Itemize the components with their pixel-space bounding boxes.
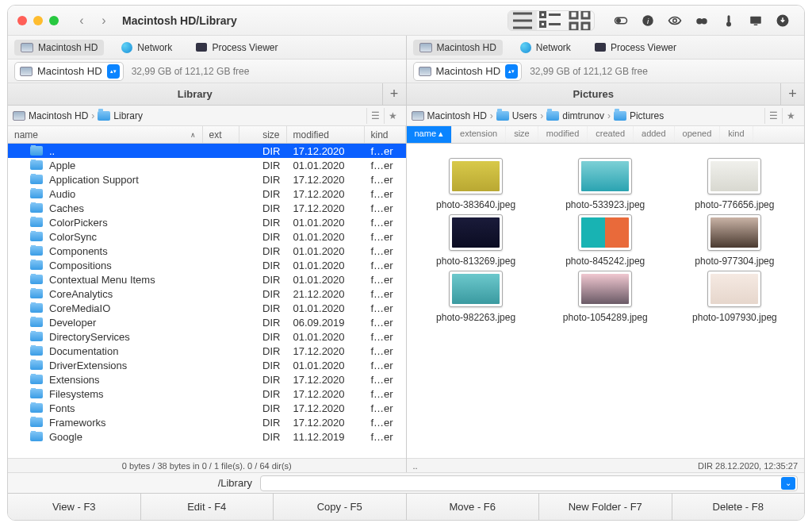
table-row[interactable]: DirectoryServicesDIR01.01.2020f…er <box>8 329 406 344</box>
chevron-down-icon[interactable]: ⌄ <box>781 477 795 490</box>
breadcrumb-item[interactable]: dimtrunov <box>562 110 604 121</box>
tab-network[interactable]: Network <box>514 40 577 56</box>
view-icons-icon[interactable] <box>565 11 594 30</box>
col-modified[interactable]: modified <box>538 126 588 143</box>
table-row[interactable]: CoreMediaIODIR01.01.2020f…er <box>8 301 406 315</box>
thumbnail-item[interactable]: photo-845242.jpeg <box>544 214 667 267</box>
tab-process-viewer[interactable]: Process Viewer <box>588 40 683 56</box>
col-extension[interactable]: extension <box>452 126 506 143</box>
table-row[interactable]: DeveloperDIR06.09.2019f…er <box>8 315 406 329</box>
svg-rect-13 <box>728 15 730 22</box>
sort-asc-icon: ∧ <box>190 131 196 139</box>
footer-button[interactable]: View - F3 <box>8 494 141 520</box>
thumbnail-item[interactable]: photo-1054289.jpeg <box>544 271 667 324</box>
tab-macintosh-hd[interactable]: Macintosh HD <box>413 40 503 56</box>
thermometer-icon[interactable] <box>717 11 741 30</box>
breadcrumb-item[interactable]: Macintosh HD <box>427 110 487 121</box>
table-row[interactable]: DocumentationDIR17.12.2020f…er <box>8 344 406 358</box>
app-window: ‹ › Macintosh HD/Library i Macintosh HD … <box>7 5 805 521</box>
col-size[interactable]: size <box>239 126 287 143</box>
table-row[interactable]: FrameworksDIR17.12.2020f…er <box>8 415 406 429</box>
svg-rect-5 <box>582 23 589 30</box>
left-file-list[interactable]: ..DIR17.12.2020f…erAppleDIR01.01.2020f…e… <box>8 144 406 458</box>
thumbnail-item[interactable]: photo-1097930.jpeg <box>673 271 796 324</box>
right-breadcrumb: Macintosh HD › Users › dimtrunov › Pictu… <box>407 106 805 126</box>
breadcrumb-item[interactable]: Pictures <box>630 110 664 121</box>
monitor-icon[interactable] <box>744 11 768 30</box>
breadcrumb-item[interactable]: Macintosh HD <box>29 110 88 121</box>
favorite-icon[interactable]: ★ <box>384 108 401 124</box>
footer-button[interactable]: Delete - F8 <box>672 494 805 520</box>
download-icon[interactable] <box>771 11 795 30</box>
table-row[interactable]: CachesDIR17.12.2020f…er <box>8 201 406 215</box>
file-name: DirectoryServices <box>49 331 130 343</box>
view-list-icon[interactable] <box>508 11 537 30</box>
table-row[interactable]: ExtensionsDIR17.12.2020f…er <box>8 372 406 387</box>
thumbnail-item[interactable]: photo-977304.jpeg <box>673 214 796 267</box>
table-row[interactable]: DriverExtensionsDIR01.01.2020f…er <box>8 358 406 372</box>
thumbnail-item[interactable]: photo-383640.jpeg <box>415 158 538 211</box>
zoom-icon[interactable] <box>49 16 59 25</box>
binoculars-icon[interactable] <box>690 11 714 30</box>
add-tab-button[interactable]: + <box>780 83 804 105</box>
col-name[interactable]: name ▴ <box>407 126 453 143</box>
breadcrumb-item[interactable]: Users <box>512 110 537 121</box>
table-row[interactable]: Contextual Menu ItemsDIR01.01.2020f…er <box>8 272 406 287</box>
col-added[interactable]: added <box>634 126 675 143</box>
right-icon-view[interactable]: photo-383640.jpegphoto-533923.jpegphoto-… <box>407 144 805 458</box>
footer-button[interactable]: Copy - F5 <box>274 494 407 520</box>
titlebar: ‹ › Macintosh HD/Library i <box>8 6 804 36</box>
col-opened[interactable]: opened <box>675 126 721 143</box>
col-ext[interactable]: ext <box>203 126 239 143</box>
table-row[interactable]: AudioDIR17.12.2020f…er <box>8 187 406 201</box>
view-columns-icon[interactable] <box>537 11 565 30</box>
footer-button[interactable]: New Folder - F7 <box>539 494 672 520</box>
table-row[interactable]: FontsDIR17.12.2020f…er <box>8 401 406 415</box>
table-row[interactable]: ColorSyncDIR01.01.2020f…er <box>8 229 406 244</box>
table-row[interactable]: ..DIR17.12.2020f…er <box>8 144 406 158</box>
table-row[interactable]: ColorPickersDIR01.01.2020f…er <box>8 215 406 229</box>
col-kind[interactable]: kind <box>365 126 406 143</box>
toggle-icon[interactable] <box>609 11 633 30</box>
thumbnail-item[interactable]: photo-982263.jpeg <box>415 271 538 324</box>
thumbnail-item[interactable]: photo-813269.jpeg <box>415 214 538 267</box>
command-input[interactable]: ⌄ <box>260 475 798 491</box>
list-mode-icon[interactable]: ☰ <box>366 108 384 124</box>
tab-process-viewer[interactable]: Process Viewer <box>190 40 284 56</box>
quicklook-icon[interactable] <box>663 11 687 30</box>
close-icon[interactable] <box>17 16 27 25</box>
right-tab-label[interactable]: Pictures <box>407 88 781 100</box>
minimize-icon[interactable] <box>33 16 43 25</box>
table-row[interactable]: ComponentsDIR01.01.2020f…er <box>8 244 406 258</box>
table-row[interactable]: CoreAnalyticsDIR21.12.2020f…er <box>8 287 406 301</box>
tab-network[interactable]: Network <box>115 40 178 56</box>
add-tab-button[interactable]: + <box>382 83 406 105</box>
thumbnail-item[interactable]: photo-533923.jpeg <box>544 158 667 211</box>
table-row[interactable]: GoogleDIR11.12.2019f…er <box>8 429 406 444</box>
breadcrumb-item[interactable]: Library <box>113 110 143 121</box>
col-kind[interactable]: kind <box>720 126 753 143</box>
footer-button[interactable]: Edit - F4 <box>141 494 274 520</box>
footer-buttons: View - F3Edit - F4Copy - F5Move - F6New … <box>8 493 804 520</box>
back-button[interactable]: ‹ <box>73 12 90 29</box>
table-row[interactable]: CompositionsDIR01.01.2020f…er <box>8 258 406 272</box>
table-row[interactable]: AppleDIR01.01.2020f…er <box>8 158 406 172</box>
tab-macintosh-hd[interactable]: Macintosh HD <box>14 40 104 56</box>
table-row[interactable]: FilesystemsDIR17.12.2020f…er <box>8 387 406 401</box>
info-icon[interactable]: i <box>636 11 660 30</box>
col-created[interactable]: created <box>588 126 634 143</box>
footer-button[interactable]: Move - F6 <box>407 494 540 520</box>
table-row[interactable]: Application SupportDIR17.12.2020f…er <box>8 172 406 187</box>
volume-selector[interactable]: Macintosh HD ▴▾ <box>14 62 124 81</box>
col-size[interactable]: size <box>506 126 538 143</box>
view-mode-segmented[interactable] <box>508 10 595 31</box>
col-name[interactable]: name∧ <box>8 126 203 143</box>
thumbnail-item[interactable]: photo-776656.jpeg <box>673 158 796 211</box>
volume-selector[interactable]: Macintosh HD ▴▾ <box>413 62 523 81</box>
favorite-icon[interactable]: ★ <box>782 108 799 124</box>
col-modified[interactable]: modified <box>287 126 365 143</box>
thumbnail-image <box>578 158 632 194</box>
left-tab-label[interactable]: Library <box>8 88 382 100</box>
forward-button[interactable]: › <box>95 12 113 29</box>
list-mode-icon[interactable]: ☰ <box>764 108 782 124</box>
